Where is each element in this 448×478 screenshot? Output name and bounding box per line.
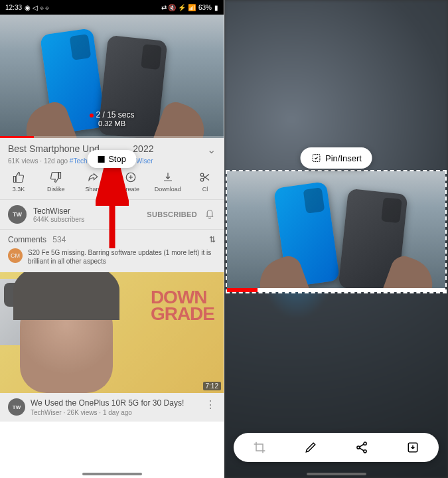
youtube-screen: 12:33 ◉ ◁ ⟐ ⟐ ⇄ 🔇 ⚡ 📶 63% ▮ 2 / 15 secs … [0,0,224,478]
crop-progress-bar [227,288,445,292]
gesture-bar[interactable] [82,473,142,475]
editor-toolbar [234,433,439,462]
video-title-part2: 2022 [133,143,153,154]
channel-subs: 644K subscribers [33,216,147,223]
save-button[interactable] [400,434,426,461]
annotation-arrow [96,163,129,250]
status-time: 12:33 [5,4,22,11]
video-views: 61K views [8,157,38,165]
cropped-thumbnail [227,171,445,292]
channel-avatar[interactable]: TW [8,205,27,224]
dislike-button[interactable]: Dislike [37,171,74,193]
suggested-video-sub: TechWiser · 26K views · 1 day ago [31,409,200,416]
stop-recording-button[interactable]: Stop [87,150,137,168]
stop-label: Stop [108,154,126,164]
record-time: 2 / 15 secs [96,110,134,120]
subscribe-button[interactable]: SUBSCRIBED [147,210,197,218]
scissors-icon [199,171,211,183]
download-icon [162,171,174,183]
share-button[interactable] [348,434,375,461]
thumb-text-2: GRADE [151,305,214,322]
suggested-video-title: We Used the OnePlus 10R 5G for 30 Days! [31,398,200,408]
record-size: 0.32 MB [89,120,134,127]
suggested-channel-avatar: TW [8,398,25,416]
pin-icon [311,153,321,163]
crop-button[interactable] [246,434,273,461]
notification-bell-button[interactable] [204,207,216,222]
pin-insert-button[interactable]: Pin/Insert [300,147,372,169]
status-net-icons: ⇄ 🔇 ⚡ 📶 [161,4,196,11]
edit-button[interactable] [297,434,324,461]
thumbs-up-icon [13,171,25,183]
comments-count: 534 [52,235,66,244]
channel-name: TechWiser [33,206,147,216]
stop-icon [98,156,104,163]
pin-insert-label: Pin/Insert [325,153,362,163]
suggested-video-thumb[interactable]: DOWN GRADE 7:12 [0,272,224,393]
top-comment[interactable]: CM S20 Fe 5G missing. Barring software u… [0,247,224,272]
video-duration-badge: 7:12 [203,382,221,390]
comment-text: S20 Fe 5G missing. Barring software upda… [28,248,216,266]
expand-icon[interactable]: ⇅ [209,235,216,244]
status-bar: 12:33 ◉ ◁ ⟐ ⟐ ⇄ 🔇 ⚡ 📶 63% ▮ [0,0,224,15]
video-age: 12d ago [44,157,68,165]
pencil-icon [304,441,317,454]
crop-icon [253,441,266,454]
recording-overlay: 2 / 15 secs 0.32 MB [89,110,134,127]
more-vertical-icon[interactable]: ⋮ [205,398,216,416]
bell-icon [204,207,216,219]
commenter-avatar: CM [8,248,23,263]
gesture-bar[interactable] [307,473,366,475]
video-player[interactable]: 2 / 15 secs 0.32 MB [0,15,224,138]
thumbs-down-icon [50,171,62,183]
share-icon [355,441,368,454]
screenshot-editor-screen: Pin/Insert [224,0,448,478]
record-dot-icon [89,114,93,118]
hashtag-link[interactable]: #Tech [70,157,88,165]
crop-selection[interactable] [226,170,447,293]
status-app-icons: ◉ ◁ ⟐ ⟐ [25,4,49,11]
video-title-part1: Best Smartphone Und [8,143,100,154]
status-battery: 63% [198,4,212,11]
download-box-icon [406,441,419,454]
download-button[interactable]: Download [149,171,187,193]
like-button[interactable]: 3.3K [0,171,37,193]
clip-button[interactable]: Cl [187,171,224,193]
chevron-down-icon[interactable]: ⌄ [207,143,216,156]
battery-icon: ▮ [214,4,218,11]
suggested-video-meta[interactable]: TW We Used the OnePlus 10R 5G for 30 Day… [0,393,224,422]
